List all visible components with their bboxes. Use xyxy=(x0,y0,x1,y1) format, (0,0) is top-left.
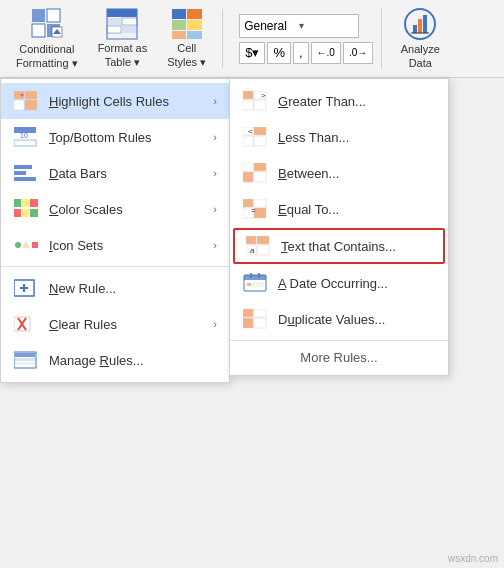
sub-menu-item-date-occurring[interactable]: A Date Occurring... xyxy=(230,265,448,301)
svg-rect-9 xyxy=(107,26,121,33)
svg-rect-10 xyxy=(122,26,137,33)
dropdown-menus: Highlight Cells Rules › 10 Top/Bottom Ru… xyxy=(0,78,504,383)
color-scales-icon xyxy=(13,198,39,220)
svg-rect-56 xyxy=(254,100,266,110)
less-than-label: Less Than... xyxy=(278,130,349,145)
svg-rect-83 xyxy=(259,283,263,286)
svg-rect-25 xyxy=(14,100,24,110)
less-than-icon: < xyxy=(242,126,268,148)
svg-rect-20 xyxy=(418,19,422,33)
between-icon xyxy=(242,162,268,184)
svg-text:a: a xyxy=(250,246,255,255)
more-rules-item[interactable]: More Rules... xyxy=(230,344,448,371)
data-bars-chevron: › xyxy=(213,167,217,179)
sub-menu-item-duplicate-values[interactable]: Duplicate Values... xyxy=(230,301,448,337)
svg-rect-19 xyxy=(413,25,417,33)
svg-rect-53 xyxy=(243,91,253,99)
separator-1 xyxy=(222,9,223,69)
sub-menu-item-less-than[interactable]: < Less Than... xyxy=(230,119,448,155)
menu-item-clear-rules[interactable]: Clear Rules › xyxy=(1,306,229,342)
sub-menu-item-between[interactable]: Between... xyxy=(230,155,448,191)
svg-rect-30 xyxy=(14,140,36,146)
date-occurring-label: A Date Occurring... xyxy=(278,276,388,291)
highlight-cells-label: Highlight Cells Rules xyxy=(49,94,203,109)
svg-rect-85 xyxy=(254,309,266,317)
color-scales-chevron: › xyxy=(213,203,217,215)
menu-item-color-scales[interactable]: Color Scales › xyxy=(1,191,229,227)
menu-item-data-bars[interactable]: Data Bars › xyxy=(1,155,229,191)
secondary-menu: > Greater Than... < Less Than... xyxy=(229,78,449,376)
watermark: wsxdn.com xyxy=(448,553,498,564)
svg-rect-15 xyxy=(187,20,202,30)
duplicate-values-label: Duplicate Values... xyxy=(278,312,385,327)
svg-rect-1 xyxy=(32,24,45,37)
svg-point-40 xyxy=(15,242,21,248)
menu-item-top-bottom[interactable]: 10 Top/Bottom Rules › xyxy=(1,119,229,155)
top-bottom-label: Top/Bottom Rules xyxy=(49,130,203,145)
equal-to-label: Equal To... xyxy=(278,202,339,217)
svg-rect-32 xyxy=(14,171,26,175)
comma-button[interactable]: , xyxy=(293,42,309,64)
sub-menu-item-greater-than[interactable]: > Greater Than... xyxy=(230,83,448,119)
svg-rect-7 xyxy=(107,18,121,25)
number-format-dropdown[interactable]: General ▾ xyxy=(239,14,359,38)
format-as-table-icon xyxy=(104,8,140,40)
svg-rect-73 xyxy=(257,236,269,244)
svg-rect-6 xyxy=(107,9,137,17)
svg-rect-34 xyxy=(14,199,21,207)
sub-menu-item-text-contains[interactable]: a Text that Contains... xyxy=(233,228,445,264)
svg-rect-63 xyxy=(243,163,253,171)
conditional-formatting-button[interactable]: ConditionalFormatting ▾ xyxy=(8,6,86,72)
greater-than-label: Greater Than... xyxy=(278,94,366,109)
sub-menu-item-equal-to[interactable]: = Equal To... xyxy=(230,191,448,227)
svg-rect-61 xyxy=(254,136,266,146)
new-rule-icon xyxy=(13,277,39,299)
analyze-data-button[interactable]: AnalyzeData xyxy=(390,6,450,72)
icon-sets-label: Icon Sets xyxy=(49,238,203,253)
svg-rect-16 xyxy=(172,31,186,39)
equal-to-icon: = xyxy=(242,198,268,220)
clear-rules-icon xyxy=(13,313,39,335)
data-bars-icon xyxy=(13,162,39,184)
menu-item-manage-rules[interactable]: Manage Rules... xyxy=(1,342,229,378)
svg-rect-84 xyxy=(243,309,253,317)
svg-rect-68 xyxy=(254,199,266,207)
manage-rules-label: Manage Rules... xyxy=(49,353,217,368)
new-rule-label: New Rule... xyxy=(49,281,217,296)
menu-item-icon-sets[interactable]: Icon Sets › xyxy=(1,227,229,263)
svg-rect-75 xyxy=(257,245,269,255)
increase-decimal-button[interactable]: .0→ xyxy=(343,42,373,64)
svg-rect-50 xyxy=(15,353,35,357)
svg-text:10: 10 xyxy=(20,132,28,139)
format-as-table-button[interactable]: Format asTable ▾ xyxy=(90,6,156,72)
menu-item-highlight-cells[interactable]: Highlight Cells Rules › xyxy=(1,83,229,119)
format-as-table-label: Format asTable ▾ xyxy=(98,42,148,68)
svg-rect-82 xyxy=(253,283,257,286)
svg-rect-66 xyxy=(254,172,266,182)
highlight-cells-chevron: › xyxy=(213,95,217,107)
svg-rect-14 xyxy=(172,20,186,30)
cell-styles-button[interactable]: CellStyles ▾ xyxy=(159,6,214,72)
manage-rules-icon xyxy=(13,349,39,371)
number-format-value: General xyxy=(244,19,299,33)
svg-rect-39 xyxy=(30,209,38,217)
svg-rect-87 xyxy=(254,318,266,328)
duplicate-values-icon xyxy=(242,308,268,330)
svg-rect-81 xyxy=(247,283,251,286)
svg-rect-12 xyxy=(172,9,186,19)
icon-sets-icon xyxy=(13,234,39,256)
svg-rect-59 xyxy=(254,127,266,135)
svg-rect-55 xyxy=(243,100,253,110)
percent-button[interactable]: % xyxy=(267,42,291,64)
svg-rect-60 xyxy=(243,136,253,146)
number-format-area: General ▾ $▾ % , ←.0 .0→ xyxy=(239,14,373,64)
clear-rules-chevron: › xyxy=(213,318,217,330)
menu-item-new-rule[interactable]: New Rule... xyxy=(1,270,229,306)
format-buttons-group: $▾ % , ←.0 .0→ xyxy=(239,42,373,64)
submenu-divider xyxy=(230,340,448,341)
date-occurring-icon xyxy=(242,272,268,294)
conditional-formatting-icon xyxy=(29,7,65,41)
analyze-data-icon xyxy=(402,7,438,41)
decrease-decimal-button[interactable]: ←.0 xyxy=(311,42,341,64)
currency-button[interactable]: $▾ xyxy=(239,42,265,64)
